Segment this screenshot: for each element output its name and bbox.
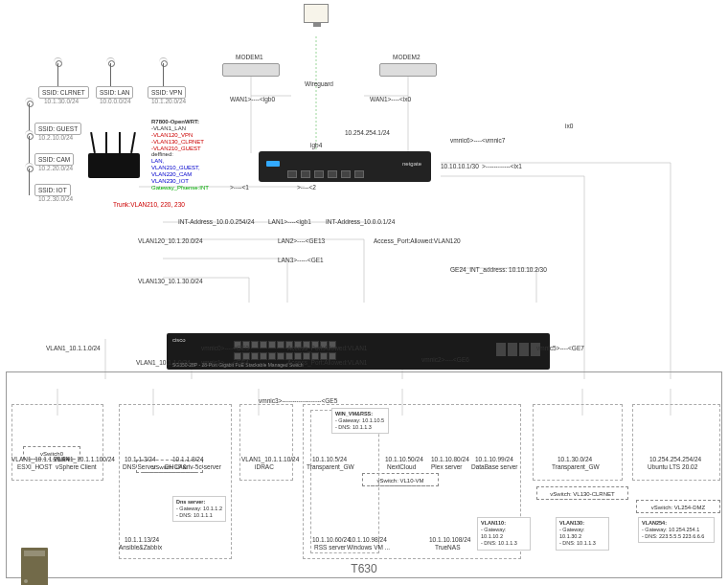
router-title: R7800-OpenWRT:	[151, 119, 209, 125]
server-esxi	[21, 548, 48, 585]
winvm-ip: 10.1.10.98/24	[349, 536, 387, 543]
rss-name: RSS server	[314, 544, 346, 551]
vlan110-note: VLAN110: - Gateway: 10.1.10.2 - DNS: 10.…	[477, 517, 531, 551]
nextcloud-name: NextCloud	[387, 463, 416, 470]
winvm-name: Windows VM ...	[347, 544, 390, 551]
ssid-clrnet-ip: 10.1.30.0/24	[44, 98, 79, 104]
lan2-label: LAN2>----<GE13	[278, 237, 325, 244]
modem1	[222, 63, 280, 77]
plex-ip: 10.1.10.80/24	[431, 456, 469, 462]
switch-brand-label: cisco	[172, 337, 186, 343]
vswitch-vl254: vSwitch: VL254-DMZ	[636, 500, 720, 513]
arrow2-label: >----<2	[297, 184, 316, 191]
plex-name: Plex server	[431, 463, 463, 470]
vlan130-note: VLAN130: - Gateway: 10.1.30.2 - DNS: 10.…	[556, 517, 609, 551]
vmnic5-label: vmnic5>----<GE7	[536, 345, 584, 351]
tgw-ip: 10.1.10.5/24	[312, 456, 347, 462]
ix1-arrow-label: >------------<ix1	[482, 163, 522, 169]
wifi-router	[88, 153, 140, 178]
ubuntu-name: Ubuntu LTS 20.02	[648, 463, 697, 470]
vlan254-note: VLAN254: - Gateway: 10.254.254.1 - DNS: …	[638, 517, 715, 543]
truenas-name: TrueNAS	[435, 544, 461, 551]
winvm-note: WIN_VM&RSS: - Gateway: 10.1.10.5 - DNS: …	[331, 408, 389, 434]
net1010-label: 10.10.10.1/30	[441, 163, 479, 169]
modem1-label: MODEM1	[236, 54, 263, 60]
int-self-label: INT-Address_10.0.0.254/24	[178, 218, 255, 225]
pfsense-netgate: netgate	[259, 151, 431, 182]
dhcp-ip: 10.1.1.8/24	[172, 456, 204, 462]
vlan120-label: VLAN120_10.1.20.0/24	[138, 237, 203, 244]
access120-label: Access_Port:Allowed:VLAN120	[374, 237, 461, 244]
tgw-name: Transparent_GW	[307, 463, 354, 470]
wan2-label: WAN1>----<ix0	[370, 96, 411, 102]
ssid-cam-ip: 10.2.20.0/24	[38, 165, 73, 171]
lan1-label: LAN1>----<igb1	[268, 218, 311, 225]
igb4-label: igb4	[310, 142, 322, 148]
dns-note: Dns server: - Gateway: 10.1.1.2 - DNS: 1…	[172, 496, 226, 522]
antenna-icon	[29, 103, 30, 130]
lan3-label: LAN3>-----<GE1	[278, 257, 324, 263]
wan1-label: WAN1>----<igb0	[230, 96, 275, 102]
dns-name: DNS Server	[123, 463, 156, 470]
ge24-label: GE24_INT_address: 10.10.10.2/30	[450, 266, 547, 273]
wireguard-label: Wireguard	[305, 80, 333, 87]
db-ip: 10.1.10.99/24	[475, 456, 513, 462]
vmnic2-label: vmnic2>----<GE6	[421, 356, 469, 363]
netgate-brand-label: netgate	[402, 161, 421, 167]
remote-computer	[304, 4, 329, 23]
ansible-ip: 10.1.1.13/24	[125, 536, 159, 543]
vsphere-name: vSphere Client	[56, 463, 97, 470]
vmnic0-label: vmnic0>----<GE3	[201, 345, 249, 351]
vlan1b-label: VLAN1_10.1.1.0/24	[136, 359, 191, 366]
t630-label: T630	[351, 562, 376, 575]
int-right-label: INT-Address_10.0.0.1/24	[326, 218, 395, 225]
nextcloud-ip: 10.1.10.50/24	[385, 456, 423, 462]
ssid-iot-ip: 10.2.30.0/24	[38, 195, 73, 202]
trunk-label: Trunk:VLAN210, 220, 230	[113, 201, 185, 208]
router-config: R7800-OpenWRT: -VLAN1_LAN-VLAN120_VPN-VL…	[151, 119, 209, 191]
truenas-ip: 10.1.10.108/24	[429, 536, 470, 543]
net254-label: 10.254.254.1/24	[345, 129, 390, 136]
modem2-label: MODEM2	[393, 54, 421, 60]
access1-label: Access_Port:Allowed:VLAN1	[287, 345, 367, 351]
vmnic67-label: vmnic6>----<vmnic7	[450, 137, 505, 144]
modem2	[379, 63, 437, 77]
vlan130-label: VLAN130_10.1.30.0/24	[138, 278, 203, 284]
vswitch-vl130: vSwitch: VL130-CLRNET	[536, 486, 628, 500]
tgw2-ip: 10.1.30.0/24	[557, 456, 592, 462]
ix0-label: ix0	[565, 123, 573, 129]
antenna-icon	[29, 169, 30, 195]
idrac-name: iDRAC	[255, 463, 274, 470]
tgw2-name: Transparent_GW	[552, 463, 600, 470]
db-name: DataBase server	[471, 463, 517, 470]
esxi-name: ESXI_HOST	[17, 463, 52, 470]
dhcp-name: DHCP&riv-5c-server	[165, 463, 221, 470]
ubuntu-ip: 10.254.254.254/24	[649, 456, 701, 462]
ssid-vpn-ip: 10.1.20.0/24	[151, 98, 186, 104]
idrac-ip: VLAN1_10.1.1.10/24	[241, 456, 299, 462]
antenna-icon	[29, 136, 30, 163]
access1b-label: Access_Port:Allowed:VLAN1	[287, 359, 367, 366]
vmnic1-label: vmnic1>----<GE4	[201, 359, 249, 366]
dns-ip: 10.1.1.3/24	[125, 456, 156, 462]
vsphere-ip: VLAN1_10.1.1.100/24	[54, 456, 115, 462]
ansible-name: Ansible&Zabbix	[119, 544, 162, 551]
ssid-guest-ip: 10.2.10.0/24	[38, 134, 73, 141]
ssid-lan-ip: 10.0.0.0/24	[100, 98, 131, 104]
rss-ip: 10.1.10.60/24	[312, 536, 351, 543]
arrow1-label: >----<1	[230, 184, 249, 191]
vlan1-label: VLAN1_10.1.1.0/24	[46, 345, 101, 351]
